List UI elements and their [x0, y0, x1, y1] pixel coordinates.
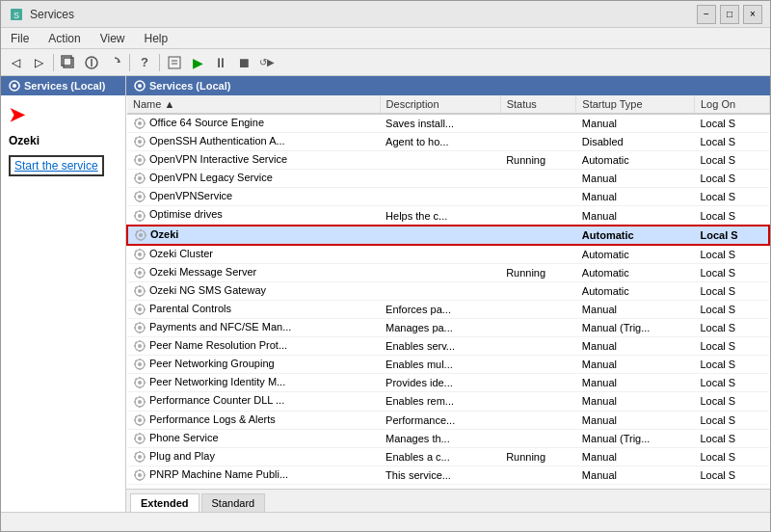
table-row[interactable]: OzekiAutomaticLocal S	[127, 226, 769, 245]
help-button[interactable]: ?	[134, 52, 155, 73]
svg-rect-103	[144, 345, 146, 347]
export-button[interactable]	[164, 52, 185, 73]
minimize-button[interactable]: −	[697, 5, 716, 24]
menu-action[interactable]: Action	[42, 30, 86, 47]
service-startup-cell: Manual	[576, 356, 695, 374]
service-desc-cell	[380, 151, 500, 170]
service-status-cell: Running	[500, 151, 576, 170]
col-startup[interactable]: Startup Type	[576, 95, 695, 114]
table-row[interactable]: Parental ControlsEnforces pa...ManualLoc…	[127, 300, 769, 318]
svg-point-43	[138, 195, 142, 199]
table-row[interactable]: Optimise drivesHelps the c...ManualLocal…	[127, 206, 769, 226]
table-row[interactable]: Office 64 Source EngineSaves install...M…	[127, 114, 769, 133]
forward-button[interactable]: ▷	[28, 52, 49, 73]
table-row[interactable]: Ozeki Message ServerRunningAutomaticLoca…	[127, 263, 769, 281]
service-name-cell: Peer Networking Identity M...	[127, 374, 380, 392]
table-row[interactable]: Performance Counter DLL ...Enables rem..…	[127, 392, 769, 411]
svg-point-57	[139, 233, 143, 237]
svg-rect-110	[144, 364, 146, 366]
table-row[interactable]: Peer Name Resolution Prot...Enables serv…	[127, 337, 769, 356]
title-bar-icon: S	[9, 7, 24, 22]
table-row[interactable]: OpenSSH Authentication A...Agent to ho..…	[127, 133, 769, 151]
svg-rect-149	[139, 469, 141, 471]
svg-rect-65	[139, 249, 141, 251]
back-button[interactable]: ◁	[5, 52, 26, 73]
table-row[interactable]: Plug and PlayEnables a c...RunningManual…	[127, 447, 769, 466]
service-desc-cell	[380, 188, 500, 206]
table-row[interactable]: OpenVPNServiceManualLocal S	[127, 188, 769, 206]
menu-file[interactable]: File	[5, 30, 35, 47]
service-status-cell	[500, 466, 576, 484]
svg-rect-30	[139, 154, 141, 156]
svg-rect-33	[144, 159, 146, 161]
service-desc-cell	[380, 281, 500, 300]
col-name[interactable]: Name ▲	[127, 95, 380, 114]
table-row[interactable]: PNRP Machine Name Publi...This service..…	[127, 466, 769, 484]
svg-rect-107	[139, 359, 141, 360]
table-row[interactable]: Peer Networking GroupingEnables mul...Ma…	[127, 356, 769, 374]
svg-rect-46	[134, 197, 136, 199]
service-status-cell	[500, 245, 576, 264]
table-row[interactable]: Performance Logs & AlertsPerformance...M…	[127, 411, 769, 429]
svg-rect-24	[139, 146, 141, 147]
svg-rect-86	[139, 304, 141, 306]
svg-rect-66	[139, 258, 141, 260]
service-startup-cell: Manual (Trig...	[576, 429, 695, 447]
table-row[interactable]: Peer Networking Identity M...Provides id…	[127, 374, 769, 392]
service-status-cell	[500, 206, 576, 226]
svg-rect-143	[139, 461, 141, 463]
svg-rect-109	[134, 364, 136, 366]
pause-button[interactable]: ⏸	[210, 52, 231, 73]
tab-extended[interactable]: Extended	[130, 493, 199, 512]
service-logon-cell: Local S	[694, 374, 769, 392]
service-startup-cell: Manual	[576, 300, 695, 318]
svg-rect-25	[134, 141, 136, 143]
col-logon[interactable]: Log On	[694, 95, 769, 114]
refresh-button[interactable]	[104, 52, 125, 73]
svg-rect-39	[134, 178, 136, 180]
col-description[interactable]: Description	[380, 95, 500, 114]
tab-standard[interactable]: Standard	[201, 493, 266, 512]
service-name-cell: Optimise drives	[127, 206, 380, 226]
table-row[interactable]: Ozeki NG SMS GatewayAutomaticLocal S	[127, 281, 769, 300]
service-status-cell	[500, 281, 576, 300]
title-bar-title: Services	[30, 8, 697, 21]
service-logon-cell: Local S	[694, 114, 769, 133]
svg-rect-122	[139, 406, 141, 408]
svg-point-71	[138, 271, 142, 275]
service-startup-cell: Manual (Trig...	[576, 319, 695, 337]
service-desc-cell: This service...	[380, 466, 500, 484]
service-status-cell	[500, 337, 576, 356]
start-service-link[interactable]: Start the service	[9, 155, 104, 176]
stop-button[interactable]: ⏹	[233, 52, 254, 73]
close-button[interactable]: ×	[743, 5, 762, 24]
svg-point-92	[138, 326, 142, 330]
service-desc-cell: Manages th...	[380, 429, 500, 447]
svg-rect-72	[139, 267, 141, 269]
svg-rect-81	[134, 290, 136, 292]
services-table[interactable]: Name ▲ Description Status Startup Type L…	[126, 95, 770, 489]
table-row[interactable]: OpenVPN Interactive ServiceRunningAutoma…	[127, 151, 769, 170]
table-row[interactable]: Ozeki ClusterAutomaticLocal S	[127, 245, 769, 264]
table-row[interactable]: OpenVPN Legacy ServiceManualLocal S	[127, 170, 769, 188]
menu-view[interactable]: View	[94, 30, 131, 47]
maximize-button[interactable]: □	[720, 5, 739, 24]
service-logon-cell: Local S	[694, 356, 769, 374]
col-status[interactable]: Status	[500, 95, 576, 114]
service-startup-cell: Manual	[576, 466, 695, 484]
svg-rect-61	[145, 234, 146, 236]
content-area: Services (Local) Name ▲ Description Stat…	[126, 76, 770, 512]
service-status-cell	[500, 170, 576, 188]
up-button[interactable]	[58, 52, 79, 73]
restart-button[interactable]: ↺▶	[256, 52, 278, 73]
svg-rect-16	[139, 118, 141, 120]
table-row[interactable]: Phone ServiceManages th...Manual (Trig..…	[127, 429, 769, 447]
menu-help[interactable]: Help	[139, 30, 174, 47]
service-logon-cell: Local S	[694, 188, 769, 206]
service-name-cell: PNRP Machine Name Publi...	[127, 466, 380, 484]
show-hide-button[interactable]	[81, 52, 102, 73]
table-row[interactable]: Payments and NFC/SE Man...Manages pa...M…	[127, 319, 769, 337]
play-button[interactable]: ▶	[187, 52, 208, 73]
service-status-cell	[500, 374, 576, 392]
service-name-cell: Plug and Play	[127, 447, 380, 466]
